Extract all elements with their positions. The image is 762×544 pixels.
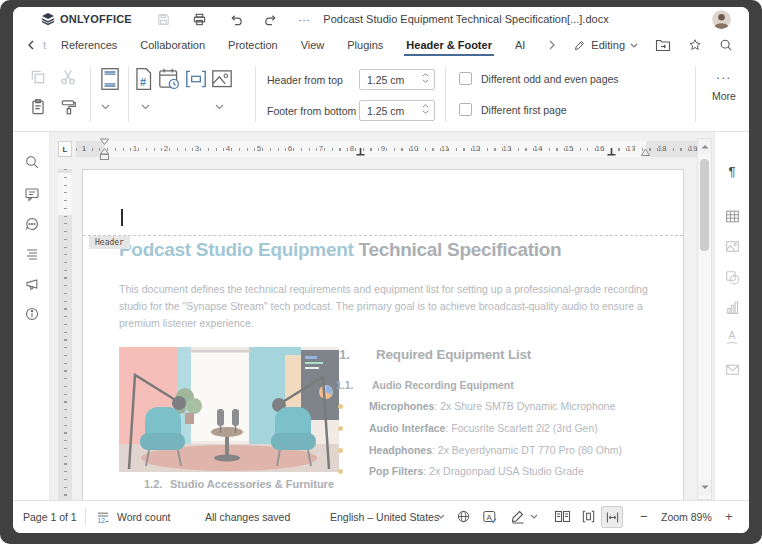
right-indent-marker[interactable] [640, 147, 651, 157]
pencil-icon [573, 39, 586, 52]
save-button[interactable] [155, 11, 172, 28]
image-dropdown-chevron[interactable] [215, 104, 224, 110]
different-first-page-checkbox[interactable]: Different first page [459, 103, 567, 116]
chart-settings-icon[interactable] [723, 298, 741, 316]
document-page[interactable]: Podcast Studio Equipment Technical Speci… [82, 169, 684, 500]
print-button[interactable] [191, 11, 208, 28]
zoom-out-button[interactable]: − [640, 501, 648, 533]
user-avatar[interactable] [712, 10, 731, 29]
tab-selector-corner[interactable]: L [58, 141, 72, 157]
tab-references[interactable]: References [61, 32, 117, 58]
titlebar: ONLYOFFICE ... Podcast Studio Equipment … [13, 7, 749, 32]
about-info-icon[interactable] [23, 305, 41, 323]
navigation-headings-icon[interactable] [23, 245, 41, 263]
document-body-dimmed: Podcast Studio Equipment Technical Speci… [83, 170, 683, 500]
footer-from-bottom-input[interactable]: 1.25 cm [359, 100, 435, 121]
spell-glyph: A [487, 513, 493, 522]
track-changes-chevron-icon[interactable] [530, 514, 546, 530]
ruler-number: 16 [596, 142, 605, 156]
page-number-button[interactable]: # [131, 66, 157, 92]
insert-image-button[interactable] [209, 66, 235, 92]
paste-button[interactable] [29, 98, 47, 116]
scrollbar-thumb[interactable] [700, 159, 709, 251]
checkbox-box[interactable] [459, 103, 472, 116]
redo-button[interactable] [262, 11, 279, 28]
tab-plugins[interactable]: Plugins [347, 32, 383, 58]
ruler-number: 13 [503, 142, 512, 156]
favorite-star-icon[interactable] [688, 38, 702, 52]
paragraph-settings-icon[interactable]: ¶ [723, 162, 741, 180]
footer-from-bottom-value: 1.25 cm [367, 105, 404, 117]
section-1-2-title: Studio Accessories & Furniture [170, 478, 334, 490]
ruler-number: 12 [472, 142, 481, 156]
feedback-icon[interactable] [23, 275, 41, 293]
tabs-scroll-left-icon[interactable] [27, 40, 35, 50]
document-language-icon[interactable] [456, 509, 472, 525]
bullet-icon [338, 469, 343, 474]
ruler-number: 7 [319, 142, 323, 156]
tab-stop-marker[interactable] [607, 148, 616, 156]
indent-marker[interactable] [99, 138, 110, 161]
different-odd-even-checkbox[interactable]: Different odd and even pages [459, 72, 619, 85]
tabs-scroll-right-icon[interactable] [548, 40, 556, 50]
ellipsis-icon: ... [701, 66, 747, 83]
vertical-scrollbar[interactable] [697, 138, 712, 500]
toolbar-more-button[interactable]: ... More [701, 66, 747, 102]
chevron-down-icon [630, 43, 638, 48]
fit-width-button-active[interactable] [601, 506, 623, 528]
spell-check-icon[interactable]: A [482, 509, 498, 525]
brand-name: ONLYOFFICE [60, 13, 132, 25]
chat-icon[interactable] [23, 215, 41, 233]
editing-mode-label: Editing [591, 39, 625, 51]
checkbox-label: Different first page [481, 104, 567, 116]
two-page-view-icon[interactable] [554, 509, 570, 525]
header-footer-toolbar: # Header from top 1.25 cm Footer from bo… [13, 58, 749, 132]
tab-view[interactable]: View [301, 32, 325, 58]
shape-settings-icon[interactable] [723, 268, 741, 286]
scroll-down-button[interactable] [698, 480, 711, 495]
comments-icon[interactable] [23, 185, 41, 203]
table-settings-icon[interactable] [723, 207, 741, 225]
horizontal-ruler[interactable]: 112345678910111213141516171819 [76, 141, 698, 157]
tab-header-footer[interactable]: Header & Footer [406, 32, 492, 58]
language-selector[interactable]: English – United States [330, 501, 439, 533]
vertical-ruler[interactable] [58, 169, 72, 500]
header-from-top-input[interactable]: 1.25 cm [359, 69, 435, 90]
list-item-rest: : 2x Shure SM7B Dynamic Microphone [434, 400, 615, 412]
zoom-in-button[interactable]: + [725, 501, 733, 533]
spinner-arrows[interactable] [422, 104, 429, 114]
find-search-icon[interactable] [23, 153, 41, 171]
language-chevron-icon[interactable] [437, 514, 453, 530]
header-footer-dropdown-chevron[interactable] [101, 104, 110, 110]
open-file-location-button[interactable] [655, 38, 671, 52]
image-settings-icon[interactable] [723, 237, 741, 255]
ruler-number: 8 [350, 142, 354, 156]
insert-field-button[interactable] [183, 66, 209, 92]
date-time-button[interactable] [156, 66, 182, 92]
page-indicator[interactable]: Page 1 of 1 [23, 501, 77, 533]
word-count-label[interactable]: Word count [117, 501, 171, 533]
tab-collaboration[interactable]: Collaboration [140, 32, 205, 58]
text-art-settings-icon[interactable]: A [723, 328, 741, 346]
checkbox-box[interactable] [459, 72, 472, 85]
cut-button[interactable] [59, 68, 77, 86]
tab-stop-marker[interactable] [356, 148, 365, 156]
tab-overflow-partial[interactable]: t [43, 39, 46, 51]
editing-mode-dropdown[interactable]: Editing [573, 39, 638, 52]
edit-header-footer-button[interactable] [97, 66, 123, 92]
copy-button[interactable] [29, 68, 47, 86]
mail-merge-settings-icon[interactable] [723, 360, 741, 378]
copy-style-button[interactable] [59, 98, 77, 116]
tab-protection[interactable]: Protection [228, 32, 278, 58]
tab-ai[interactable]: AI [515, 32, 525, 58]
bullet-icon [338, 448, 343, 453]
page-number-dropdown-chevron[interactable] [141, 104, 150, 110]
scroll-up-button[interactable] [698, 139, 711, 154]
spinner-arrows[interactable] [422, 73, 429, 83]
fit-page-icon[interactable] [581, 509, 597, 525]
undo-button[interactable] [227, 11, 244, 28]
search-icon[interactable] [719, 38, 733, 52]
track-changes-icon[interactable] [510, 509, 526, 525]
word-count-icon[interactable]: 12 [95, 509, 111, 525]
ruler-number: 15 [565, 142, 574, 156]
